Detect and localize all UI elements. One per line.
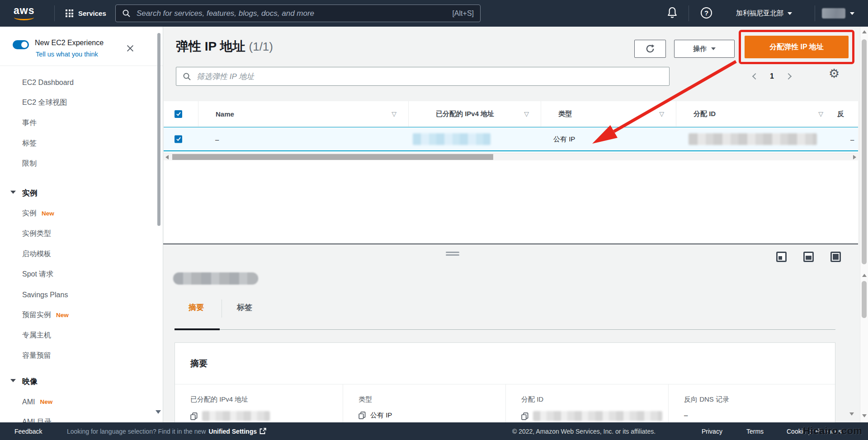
sidebar-item-ami-catalog[interactable]: AMI 目录	[0, 412, 160, 422]
column-header-name[interactable]: Name▽	[198, 101, 408, 126]
footer-link-privacy[interactable]: Privacy	[702, 428, 722, 435]
copyright-text: © 2022, Amazon Web Services, Inc. or its…	[512, 428, 656, 435]
column-filter-icon[interactable]: ▽	[818, 110, 823, 117]
sidebar-item-instance-types[interactable]: 实例类型	[0, 224, 160, 244]
new-experience-toggle[interactable]	[13, 40, 29, 49]
actions-dropdown-button[interactable]: 操作	[674, 40, 735, 58]
panel-size-small-button[interactable]	[776, 252, 787, 262]
sidebar-item-label: 映像	[22, 376, 38, 387]
copy-icon[interactable]	[190, 412, 198, 420]
new-badge: New	[42, 210, 54, 217]
aws-smile-icon	[14, 14, 34, 20]
filter-input[interactable]: 筛选弹性 IP 地址	[176, 67, 670, 86]
sidebar-item-ec2-global-view[interactable]: EC2 全球视图	[0, 93, 160, 113]
sidebar-item-label: Savings Plans	[22, 291, 68, 299]
sidebar-item-label: EC2 Dashboard	[22, 79, 74, 87]
page-title: 弹性 IP 地址(1/1)	[176, 38, 273, 55]
sidebar-item-tags[interactable]: 标签	[0, 133, 160, 154]
services-menu-button[interactable]: Services	[60, 0, 112, 27]
account-menu-button[interactable]	[822, 0, 854, 27]
tell-us-link[interactable]: Tell us what you think	[36, 51, 98, 58]
global-search-input[interactable]: Search for services, features, blogs, do…	[115, 5, 481, 22]
column-filter-icon[interactable]: ▽	[524, 110, 529, 117]
column-header-allocation-id[interactable]: 分配 ID▽	[676, 101, 835, 126]
column-filter-icon[interactable]: ▽	[392, 110, 396, 117]
pagination: 1	[753, 68, 791, 84]
select-all-checkbox-cell	[164, 101, 198, 126]
panel-scroll-up-icon[interactable]	[862, 274, 867, 277]
current-page[interactable]: 1	[770, 72, 774, 80]
sidebar-item-savings-plans[interactable]: Savings Plans	[0, 285, 160, 305]
field-label: 分配 ID	[521, 395, 668, 404]
next-page-icon[interactable]	[785, 73, 792, 80]
column-header-ipv4[interactable]: 已分配的 IPv4 地址▽	[408, 101, 541, 126]
horizontal-scroll-thumb[interactable]	[172, 154, 493, 160]
column-header-reverse-dns[interactable]: 反	[835, 101, 858, 126]
scroll-down-icon[interactable]	[862, 414, 867, 417]
sidebar-item-label: 实例	[22, 188, 38, 198]
scroll-up-icon[interactable]	[862, 30, 867, 33]
previous-page-icon[interactable]	[752, 73, 759, 80]
detail-title-redacted	[173, 272, 258, 285]
scroll-thumb[interactable]	[862, 39, 867, 264]
sidebar-item-launch-templates[interactable]: 启动模板	[0, 244, 160, 264]
services-label: Services	[78, 9, 106, 17]
row-checkbox[interactable]	[175, 135, 182, 143]
elastic-ip-table: Name▽已分配的 IPv4 地址▽类型▽分配 ID▽反 – 公有 IP –	[164, 101, 858, 243]
sidebar-item-ec2-dashboard[interactable]: EC2 Dashboard	[0, 72, 160, 93]
table-row[interactable]: – 公有 IP –	[164, 127, 858, 151]
select-all-checkbox[interactable]	[175, 110, 182, 118]
split-drag-handle[interactable]	[446, 250, 459, 257]
sidebar-section-images[interactable]: 映像	[0, 371, 160, 392]
field-value: 公有 IP	[370, 411, 392, 420]
region-selector[interactable]: 加利福尼亚北部	[736, 0, 792, 27]
copy-icon[interactable]	[359, 412, 366, 419]
close-icon[interactable]	[125, 43, 135, 53]
field-value: –	[684, 411, 688, 419]
refresh-button[interactable]	[634, 40, 666, 58]
sidebar-item-limits[interactable]: 限制	[0, 154, 160, 174]
sidebar-item-instances-link[interactable]: 实例New	[0, 203, 160, 224]
panel-scroll-down-icon[interactable]	[849, 412, 854, 416]
cell-type: 公有 IP	[553, 135, 575, 143]
panel-size-full-button[interactable]	[830, 252, 841, 262]
cell-ipv4-redacted	[413, 133, 491, 145]
column-filter-icon[interactable]: ▽	[659, 110, 664, 117]
tab-active-indicator	[175, 328, 220, 330]
sidebar-item-events[interactable]: 事件	[0, 113, 160, 133]
column-header-type[interactable]: 类型▽	[541, 101, 676, 126]
column-label: 已分配的 IPv4 地址	[436, 110, 494, 118]
sidebar-section-instances[interactable]: 实例	[0, 183, 160, 203]
scroll-right-icon[interactable]	[853, 155, 856, 159]
sidebar-item-dedicated-hosts[interactable]: 专属主机	[0, 325, 160, 346]
horizontal-scrollbar	[164, 153, 858, 160]
aws-logo[interactable]: aws	[14, 5, 37, 23]
preferences-gear-icon[interactable]: ⚙	[829, 67, 840, 80]
tab-tags[interactable]: 标签	[237, 302, 252, 313]
sidebar-scroll-down-icon[interactable]	[156, 410, 161, 414]
scroll-left-icon[interactable]	[165, 155, 169, 159]
sidebar-nav: EC2 DashboardEC2 全球视图事件标签限制实例实例New实例类型启动…	[0, 72, 160, 422]
footer-link-terms[interactable]: Terms	[746, 428, 764, 435]
tab-summary[interactable]: 摘要	[189, 302, 204, 313]
sidebar-item-spot-requests[interactable]: Spot 请求	[0, 264, 160, 285]
panel-size-half-button[interactable]	[803, 252, 814, 262]
copy-icon[interactable]	[521, 412, 528, 420]
feedback-link[interactable]: Feedback	[14, 428, 42, 435]
search-shortcut-hint: [Alt+S]	[452, 9, 474, 18]
toggle-knob	[21, 42, 28, 48]
sidebar-item-ami[interactable]: AMINew	[0, 392, 160, 412]
panel-scroll-thumb[interactable]	[862, 281, 867, 318]
new-badge: New	[40, 398, 52, 405]
unified-settings-link[interactable]: Unified Settings	[208, 428, 257, 435]
sidebar-item-capacity-reservations[interactable]: 容量预留	[0, 346, 160, 366]
notifications-button[interactable]	[666, 6, 680, 20]
aws-console: aws Services Search for services, featur…	[0, 0, 868, 440]
help-button[interactable]: ?	[701, 7, 712, 19]
sidebar-item-reserved-instances[interactable]: 预留实例New	[0, 305, 160, 325]
allocate-elastic-ip-button[interactable]: 分配弹性 IP 地址	[745, 36, 849, 58]
chevron-down-icon	[788, 12, 792, 15]
sidebar-scrollbar[interactable]	[157, 33, 160, 226]
sidebar-item-label: Spot 请求	[22, 270, 53, 279]
column-label: 反	[837, 110, 844, 118]
